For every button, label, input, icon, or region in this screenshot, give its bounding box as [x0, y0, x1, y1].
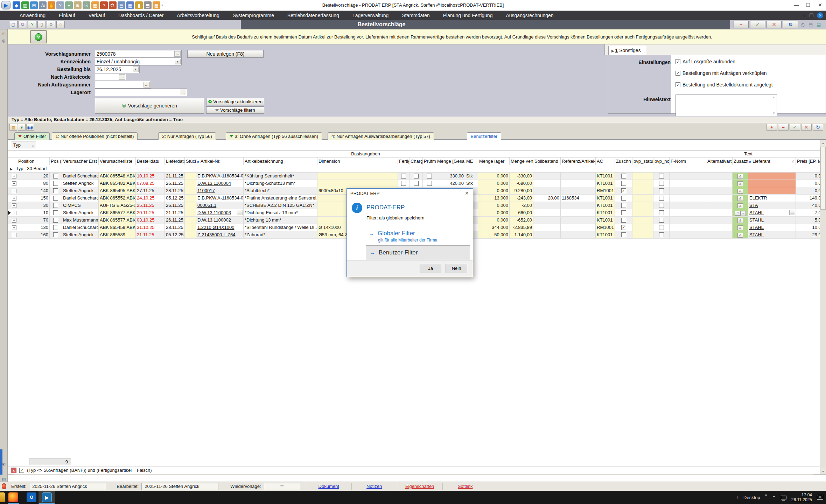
phone-add-icon[interactable]: ✆ [1, 461, 7, 467]
art-link[interactable]: 1100017 [197, 188, 215, 193]
bestellung-bis-datepicker[interactable]: 26.12.2025▾ [95, 65, 140, 73]
filter-tab-benutzerfilter[interactable]: Benutzerfilter [467, 132, 502, 140]
chevron-down-icon[interactable]: ▾ [741, 211, 746, 216]
checkbox-bestellung-und-bestelldokument-angelegt[interactable] [676, 82, 680, 87]
pos_b-checkbox[interactable] [53, 174, 58, 178]
column-header-ac[interactable]: AC [596, 158, 615, 165]
wiedervorlage-field[interactable]: ** [264, 483, 300, 490]
text-attachment-icon[interactable]: a [737, 189, 743, 194]
vorschlaege-aktualisieren-button[interactable]: ♻ Vorschläge aktualisieren [206, 98, 264, 105]
bvp_no-checkbox[interactable] [659, 218, 664, 223]
help-button[interactable]: ? [30, 30, 47, 43]
cancel-button[interactable]: ✕ [766, 21, 782, 28]
vertical-scrollbar[interactable]: ▴ ▾ [820, 140, 826, 475]
scroll-icon[interactable]: ≋ [74, 1, 82, 9]
gear-icon[interactable]: ⚙ [47, 21, 55, 28]
zuschn-checkbox[interactable] [621, 225, 626, 230]
remove-row-button[interactable]: – [778, 124, 789, 131]
text-attachment-icon[interactable]: a [737, 196, 743, 201]
chevron-double-icon[interactable]: » [765, 493, 767, 497]
table-row[interactable]: +20Daniel Schuchard...ABK 865548;ABK 8..… [8, 173, 820, 180]
filter-tab-2-nur-anfragen-typ-56-[interactable]: 2: Nur Anfragen (Typ 56) [158, 132, 216, 140]
text-attachment-icon[interactable]: a [737, 181, 743, 186]
pruefm-checkbox[interactable] [427, 181, 432, 186]
art-link[interactable]: E.B.PKW.A-1168534-0... [197, 195, 244, 201]
pos_b-checkbox[interactable] [53, 218, 58, 223]
confirm-button[interactable]: ✓ [750, 21, 765, 28]
art-link[interactable]: Z-21435000-L-Z64 [197, 232, 235, 237]
binoculars-icon[interactable]: ◉◉ [26, 124, 34, 131]
text-attachment-icon[interactable]: a [737, 203, 743, 208]
network-icon[interactable] [781, 496, 786, 499]
column-header-me[interactable]: ME [465, 158, 478, 165]
table-edit-icon[interactable]: ▦ [126, 1, 134, 9]
lookup-dots-button[interactable]: … [237, 210, 243, 215]
fertig-checkbox[interactable] [401, 174, 406, 178]
expand-row-icon[interactable]: + [12, 233, 16, 237]
bvp_no-checkbox[interactable] [659, 196, 664, 201]
filter-tab-3-ohne-anfragen-typ-56-ausschliessen-[interactable]: 3: Ohne Anfragen (Typ 56 ausschliessen) [226, 132, 322, 140]
grid-layout-icon[interactable]: ▥ [9, 124, 17, 131]
nach-auftragsnummer-field[interactable]: … [95, 81, 151, 89]
filter-tab-1-nur-offene-positionen-nicht-bestellt-[interactable]: 1: Nur offene Positionen (nicht bestellt… [52, 132, 138, 140]
column-header-fnorm[interactable]: F-Norm [670, 158, 706, 165]
bvp_no-checkbox[interactable] [659, 174, 664, 178]
scroll-right-icon[interactable]: › [813, 474, 820, 475]
statusbar-link-eigenschaften[interactable]: Eigenschaften [397, 483, 442, 490]
column-header-ref[interactable]: Referenz/Artikel- [561, 158, 596, 165]
add-row-button[interactable]: + [766, 124, 777, 131]
ruler-add-icon[interactable]: ⊞ [30, 1, 38, 9]
zuschn-checkbox[interactable] [621, 174, 626, 178]
hinweistext-textarea[interactable]: ∧ ∨ [676, 94, 777, 116]
pruefm-checkbox[interactable] [427, 174, 432, 178]
art-link[interactable]: E.B.PKW.A-1168534-0... [197, 173, 244, 178]
new-window-icon[interactable]: ▢ [9, 21, 18, 28]
refresh-button[interactable]: ↻ [783, 21, 798, 28]
zuschn-checkbox[interactable] [621, 196, 626, 201]
text-attachment-icon[interactable]: a [737, 225, 743, 230]
menu-item-betriebsdatenerfassung[interactable]: Betriebsdatenerfassung [287, 13, 339, 18]
door-icon[interactable]: ⎗ [1, 31, 7, 36]
lookup-dots-button[interactable]: … [789, 210, 795, 215]
apply-button[interactable]: ✓ [790, 124, 800, 131]
expand-row-icon[interactable]: + [12, 218, 16, 223]
dialog-close-icon[interactable]: ✕ [461, 189, 473, 198]
basket-icon[interactable]: ⛁ [83, 1, 90, 9]
firefox-icon[interactable] [8, 492, 18, 502]
copy-icon[interactable]: ⧉ [19, 21, 27, 28]
minimize-view-icon[interactable]: – [803, 13, 806, 18]
cabinet-icon[interactable]: ▤ [118, 1, 125, 9]
menu-item-planung-und-fertigung[interactable]: Planung und Fertigung [443, 13, 493, 18]
bvp_no-checkbox[interactable] [659, 210, 664, 215]
art-link[interactable]: 1.2210 Ø14X1000 [197, 225, 234, 230]
outlook-icon[interactable]: O [27, 492, 36, 502]
column-header-pruefm[interactable]: Prüfm [423, 158, 436, 165]
zuschn-checkbox[interactable] [621, 232, 626, 237]
history-clock-icon[interactable]: ◷ [799, 21, 806, 28]
column-header-soll[interactable]: Sollbestand [533, 158, 561, 165]
cut-off-app-icon[interactable] [0, 492, 5, 502]
ja-button[interactable]: Ja [420, 264, 441, 273]
lief-link[interactable]: STAHL [749, 225, 764, 230]
column-header-verfu[interactable]: Menge verfü [510, 158, 533, 165]
tab-sonstiges[interactable]: ▶ 1 Sonstiges [608, 46, 646, 55]
lagerort-field[interactable]: … [95, 89, 187, 96]
column-header-zusatz[interactable]: Zusatzte [733, 158, 748, 165]
column-header-pos[interactable]: Position [17, 158, 50, 165]
menu-item-stammdaten[interactable]: Stammdaten [402, 13, 429, 18]
restore-view-icon[interactable]: ❐ [809, 13, 813, 18]
close-window-button[interactable]: ✕ [814, 0, 826, 10]
taskbar-clock[interactable]: 17:04 26.11.2025 [791, 492, 812, 502]
grid-group-row[interactable]: ▶ Typ : 30:Bedarf [8, 165, 820, 173]
bvp_no-checkbox[interactable] [659, 181, 664, 186]
column-header-bez[interactable]: Artikelbezeichnung [244, 158, 317, 165]
menu-item-systemprogramme[interactable]: Systemprogramme [233, 13, 274, 18]
column-header-dim[interactable]: Dimension [317, 158, 398, 165]
menu-item-ausgangsrechnungen[interactable]: Ausgangsrechnungen [506, 13, 553, 18]
discard-button[interactable]: ✕ [801, 124, 812, 131]
scroll-up-icon[interactable]: ▴ [820, 140, 826, 146]
benutzer-filter-command-link[interactable]: →Benutzer-Filter [366, 245, 470, 260]
checkbox-auf-losgröße-aufrunden[interactable] [676, 59, 680, 64]
table-select-icon[interactable]: ▦ [91, 1, 99, 9]
table-row[interactable]: +80Steffen AngrickABK 865482;ABK 8...07.… [8, 180, 820, 187]
